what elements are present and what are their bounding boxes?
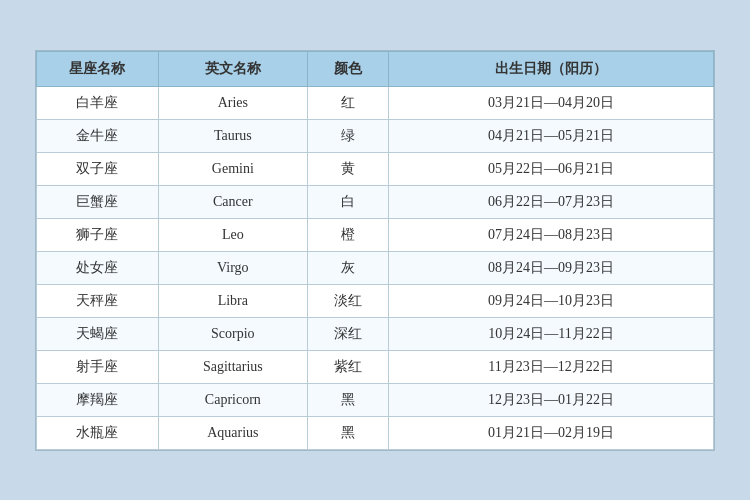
cell-zh-name: 摩羯座 <box>37 383 159 416</box>
header-date: 出生日期（阳历） <box>389 51 714 86</box>
table-row: 双子座Gemini黄05月22日—06月21日 <box>37 152 714 185</box>
table-row: 巨蟹座Cancer白06月22日—07月23日 <box>37 185 714 218</box>
cell-zh-name: 水瓶座 <box>37 416 159 449</box>
cell-en-name: Libra <box>158 284 307 317</box>
cell-en-name: Aries <box>158 86 307 119</box>
cell-en-name: Sagittarius <box>158 350 307 383</box>
cell-en-name: Capricorn <box>158 383 307 416</box>
cell-color: 白 <box>307 185 388 218</box>
cell-zh-name: 处女座 <box>37 251 159 284</box>
cell-date: 11月23日—12月22日 <box>389 350 714 383</box>
cell-date: 03月21日—04月20日 <box>389 86 714 119</box>
table-body: 白羊座Aries红03月21日—04月20日金牛座Taurus绿04月21日—0… <box>37 86 714 449</box>
cell-en-name: Leo <box>158 218 307 251</box>
table-row: 天蝎座Scorpio深红10月24日—11月22日 <box>37 317 714 350</box>
cell-color: 红 <box>307 86 388 119</box>
cell-date: 06月22日—07月23日 <box>389 185 714 218</box>
cell-color: 黑 <box>307 383 388 416</box>
cell-date: 04月21日—05月21日 <box>389 119 714 152</box>
cell-color: 绿 <box>307 119 388 152</box>
cell-en-name: Virgo <box>158 251 307 284</box>
table-row: 射手座Sagittarius紫红11月23日—12月22日 <box>37 350 714 383</box>
cell-color: 灰 <box>307 251 388 284</box>
cell-zh-name: 天蝎座 <box>37 317 159 350</box>
cell-zh-name: 巨蟹座 <box>37 185 159 218</box>
cell-date: 07月24日—08月23日 <box>389 218 714 251</box>
zodiac-table: 星座名称 英文名称 颜色 出生日期（阳历） 白羊座Aries红03月21日—04… <box>36 51 714 450</box>
cell-color: 橙 <box>307 218 388 251</box>
header-en-name: 英文名称 <box>158 51 307 86</box>
cell-en-name: Taurus <box>158 119 307 152</box>
cell-color: 深红 <box>307 317 388 350</box>
cell-date: 05月22日—06月21日 <box>389 152 714 185</box>
table-row: 狮子座Leo橙07月24日—08月23日 <box>37 218 714 251</box>
cell-en-name: Aquarius <box>158 416 307 449</box>
zodiac-table-wrapper: 星座名称 英文名称 颜色 出生日期（阳历） 白羊座Aries红03月21日—04… <box>35 50 715 451</box>
cell-date: 10月24日—11月22日 <box>389 317 714 350</box>
cell-zh-name: 射手座 <box>37 350 159 383</box>
table-row: 水瓶座Aquarius黑01月21日—02月19日 <box>37 416 714 449</box>
cell-zh-name: 白羊座 <box>37 86 159 119</box>
cell-en-name: Gemini <box>158 152 307 185</box>
cell-zh-name: 狮子座 <box>37 218 159 251</box>
table-row: 白羊座Aries红03月21日—04月20日 <box>37 86 714 119</box>
table-row: 摩羯座Capricorn黑12月23日—01月22日 <box>37 383 714 416</box>
cell-date: 08月24日—09月23日 <box>389 251 714 284</box>
cell-zh-name: 天秤座 <box>37 284 159 317</box>
table-row: 处女座Virgo灰08月24日—09月23日 <box>37 251 714 284</box>
table-header-row: 星座名称 英文名称 颜色 出生日期（阳历） <box>37 51 714 86</box>
cell-color: 黑 <box>307 416 388 449</box>
cell-color: 黄 <box>307 152 388 185</box>
cell-date: 09月24日—10月23日 <box>389 284 714 317</box>
cell-color: 淡红 <box>307 284 388 317</box>
cell-zh-name: 金牛座 <box>37 119 159 152</box>
cell-zh-name: 双子座 <box>37 152 159 185</box>
cell-en-name: Cancer <box>158 185 307 218</box>
cell-date: 01月21日—02月19日 <box>389 416 714 449</box>
table-row: 天秤座Libra淡红09月24日—10月23日 <box>37 284 714 317</box>
cell-color: 紫红 <box>307 350 388 383</box>
table-row: 金牛座Taurus绿04月21日—05月21日 <box>37 119 714 152</box>
cell-en-name: Scorpio <box>158 317 307 350</box>
cell-date: 12月23日—01月22日 <box>389 383 714 416</box>
header-zh-name: 星座名称 <box>37 51 159 86</box>
header-color: 颜色 <box>307 51 388 86</box>
